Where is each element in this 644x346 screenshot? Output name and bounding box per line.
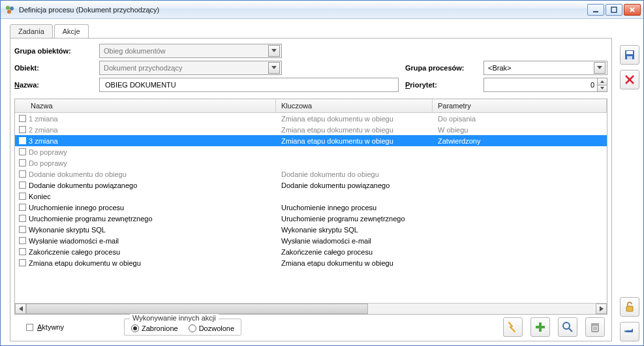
input-nazwa-field[interactable] [104, 80, 397, 89]
execute-button[interactable] [503, 317, 523, 337]
cell-nazwa: Do poprawy [29, 148, 67, 156]
tabs: Zadania Akcje [10, 23, 612, 39]
row-checkbox[interactable] [19, 193, 26, 200]
close-button[interactable] [624, 4, 641, 16]
scroll-right-icon[interactable] [596, 304, 607, 314]
cell-kluczowa: Wysłanie wiadomości e-mail [276, 237, 433, 245]
svg-marker-13 [600, 306, 604, 311]
cell-nazwa: Koniec [29, 193, 51, 200]
svg-rect-4 [611, 7, 617, 12]
lock-button[interactable] [620, 297, 639, 317]
table-row[interactable]: Do poprawy [15, 157, 607, 168]
cell-parametry: W obiegu [433, 126, 607, 134]
table-row[interactable]: 3 zmianaZmiana etapu dokumentu w obieguZ… [15, 135, 607, 146]
row-checkbox[interactable] [19, 181, 26, 189]
pin-button[interactable] [620, 322, 639, 341]
add-button[interactable] [530, 317, 550, 337]
label-priorytet: Priorytet: [405, 81, 477, 89]
row-checkbox[interactable] [19, 259, 26, 266]
svg-rect-25 [627, 56, 632, 59]
chevron-down-icon [594, 62, 606, 74]
save-button[interactable] [620, 45, 639, 65]
grid-body[interactable]: 1 zmianaZmiana etapu dokumentu w obieguD… [15, 113, 607, 303]
col-nazwa[interactable]: Nazwa [15, 99, 276, 112]
table-row[interactable]: Dodanie dokumentu powiązanegoDodanie dok… [15, 180, 607, 191]
cell-nazwa: Wykonanie skryptu SQL [29, 226, 106, 234]
col-parametry[interactable]: Parametry [433, 99, 607, 112]
input-nazwa[interactable] [99, 78, 399, 92]
svg-marker-9 [597, 66, 602, 69]
table-row[interactable]: Wykonanie skryptu SQLWykonanie skryptu S… [15, 224, 607, 235]
row-checkbox[interactable] [19, 248, 26, 255]
radio-dozwolone[interactable]: Dozwolone [189, 324, 234, 332]
svg-marker-12 [19, 306, 23, 311]
actions-grid: Nazwa Kluczowa Parametry 1 zmianaZmiana … [14, 99, 607, 315]
window: Definicja procesu (Dokument przychodzący… [0, 0, 644, 346]
row-checkbox[interactable] [19, 204, 26, 211]
spin-down-icon[interactable] [598, 86, 607, 92]
table-row[interactable]: Dodanie dokumentu do obieguDodanie dokum… [15, 168, 607, 180]
svg-marker-29 [626, 328, 633, 332]
checkbox-aktywny[interactable]: Aktywny Aktywny [26, 323, 64, 331]
input-priorytet-field[interactable] [484, 78, 597, 91]
cancel-button[interactable] [620, 70, 639, 89]
scroll-left-icon[interactable] [15, 304, 26, 314]
cell-kluczowa: Uruchomienie programu zewnętrznego [276, 215, 433, 223]
checkbox-icon [26, 324, 33, 331]
table-row[interactable]: Wysłanie wiadomości e-mailWysłanie wiado… [15, 235, 607, 246]
row-checkbox[interactable] [19, 215, 26, 222]
cell-parametry: Zatwierdzony [433, 137, 607, 145]
tab-zadania[interactable]: Zadania [10, 24, 53, 39]
tab-akcje[interactable]: Akcje [54, 24, 89, 39]
label-grupa-obiektow: Grupa obiektów: [14, 47, 93, 55]
row-checkbox[interactable] [19, 237, 26, 244]
svg-rect-28 [626, 306, 633, 311]
cell-nazwa: Do poprawy [29, 159, 67, 167]
cell-nazwa: Zakończenie całego procesu [29, 248, 120, 256]
row-checkbox[interactable] [19, 159, 26, 166]
scroll-thumb[interactable] [26, 304, 368, 314]
cell-kluczowa: Zmiana etapu dokumentu w obiegu [276, 126, 433, 134]
svg-rect-24 [626, 51, 633, 54]
table-row[interactable]: Do poprawy [15, 146, 607, 157]
table-row[interactable]: 1 zmianaZmiana etapu dokumentu w obieguD… [15, 113, 607, 124]
minimize-button[interactable] [587, 4, 604, 16]
combo-grupa-obiektow[interactable]: Obieg dokumentów [99, 44, 282, 58]
input-priorytet[interactable] [483, 78, 607, 92]
row-checkbox[interactable] [19, 126, 26, 133]
row-checkbox[interactable] [19, 226, 26, 233]
app-icon [5, 5, 15, 15]
combo-grupa-procesow-value: <Brak> [488, 64, 511, 72]
combo-obiekt[interactable]: Dokument przychodzący [99, 61, 282, 75]
cell-kluczowa: Dodanie dokumentu powiązanego [276, 181, 433, 189]
chevron-down-icon [268, 45, 280, 57]
svg-rect-3 [593, 11, 598, 12]
combo-grupa-procesow[interactable]: <Brak> [483, 61, 607, 75]
svg-point-1 [10, 7, 14, 10]
search-button[interactable] [558, 317, 577, 337]
delete-button[interactable] [585, 317, 605, 337]
spin-up-icon[interactable] [598, 78, 607, 86]
table-row[interactable]: Uruchomienie programu zewnętrznegoUrucho… [15, 213, 607, 224]
table-row[interactable]: Zmiana etapu dokumentu w obieguZmiana et… [15, 257, 607, 268]
row-checkbox[interactable] [19, 170, 26, 178]
combo-grupa-obiektow-value: Obieg dokumentów [104, 47, 166, 55]
table-row[interactable]: Koniec [15, 191, 607, 202]
row-checkbox[interactable] [19, 148, 26, 155]
chevron-down-icon [268, 62, 280, 74]
row-checkbox[interactable] [19, 137, 26, 144]
row-checkbox[interactable] [19, 115, 26, 122]
combo-obiekt-value: Dokument przychodzący [104, 64, 182, 72]
maximize-button[interactable] [606, 4, 622, 16]
table-row[interactable]: Zakończenie całego procesuZakończenie ca… [15, 246, 607, 257]
titlebar: Definicja procesu (Dokument przychodzący… [1, 1, 643, 19]
horizontal-scrollbar[interactable] [15, 303, 607, 314]
table-row[interactable]: Uruchomienie innego procesuUruchomienie … [15, 202, 607, 213]
table-row[interactable]: 2 zmianaZmiana etapu dokumentu w obieguW… [15, 124, 607, 135]
radio-zabronione[interactable]: Zabronione [131, 324, 178, 332]
cell-kluczowa: Zmiana etapu dokumentu w obiegu [276, 115, 433, 123]
cell-kluczowa: Wykonanie skryptu SQL [276, 226, 433, 234]
cell-nazwa: Zmiana etapu dokumentu w obiegu [29, 259, 141, 267]
svg-point-0 [6, 6, 10, 10]
col-kluczowa[interactable]: Kluczowa [276, 99, 433, 112]
